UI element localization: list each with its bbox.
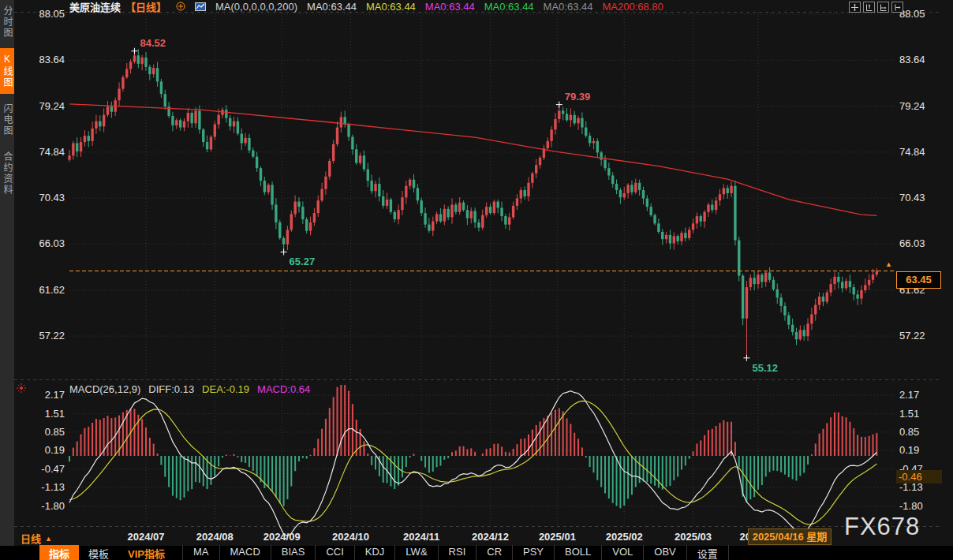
month-label: 2025/01 [525, 531, 589, 543]
tab-templates[interactable]: 模板 [79, 545, 118, 560]
month-label: 2024/10 [319, 531, 382, 543]
indicator-tab-psy[interactable]: PSY [512, 545, 554, 560]
mini-chart-icon [195, 2, 206, 11]
macd-tick: -0.47 [21, 463, 65, 476]
indicator-tab-kdj[interactable]: KDJ [354, 545, 395, 560]
bottom-toolbar: 指标 模板 VIP指标 MAMACDBIASCCIKDJLW&RSICRPSYB… [0, 546, 953, 560]
macd-tick: -1.80 [899, 500, 944, 513]
price-tick: 57.22 [899, 330, 944, 342]
indicator-alert-icon [16, 383, 27, 397]
add-indicator-icon[interactable] [176, 2, 185, 11]
macd-tick: 1.51 [21, 408, 65, 420]
macd-header: MACD(26,12,9) DIFF:0.13 DEA:-0.19 MACD:0… [69, 383, 310, 395]
pane-shift-icon[interactable] [891, 2, 903, 13]
macd-tick: 1.51 [899, 408, 944, 420]
sidebar-item-candle-chart[interactable]: K线图 [0, 48, 14, 94]
ma-value: MA200:68.80 [602, 1, 663, 13]
ma-params: MA(0,0,0,0,0,200) [215, 1, 297, 13]
indicator-tab-boll[interactable]: BOLL [554, 545, 601, 560]
chart-canvas[interactable]: 84.5265.2779.3955.12 [0, 0, 953, 560]
indicator-tab-vol[interactable]: VOL [601, 545, 643, 560]
macd-params: MACD(26,12,9) [69, 383, 140, 395]
price-tick: 88.05 [899, 8, 944, 21]
period-selector[interactable]: 日线 ▲ [21, 531, 52, 546]
indicator-tab-ma[interactable]: MA [182, 545, 219, 560]
sidebar-item-flash-chart[interactable]: 闪电图 [0, 98, 14, 142]
macd-tick: 0.19 [21, 444, 65, 457]
last-candle-arrow-icon: ▲ [885, 260, 892, 268]
price-tick: 57.22 [21, 330, 65, 342]
macd-tick: 0.85 [21, 426, 65, 439]
macd-tick: 0.85 [899, 426, 944, 439]
indicator-list: MAMACDBIASCCIKDJLW&RSICRPSYBOLLVOLOBV设置 [182, 545, 729, 560]
month-label: 2024/07 [114, 531, 178, 543]
indicator-tab-cr[interactable]: CR [476, 545, 512, 560]
svg-text:84.52: 84.52 [140, 37, 166, 49]
ma-value: MA0:63.44 [366, 1, 416, 13]
chart-toolbox [849, 2, 903, 13]
tab-vip-indicators[interactable]: VIP指标 [118, 545, 174, 560]
y-axis-scale-icon[interactable] [877, 2, 889, 13]
ma-value: MA0:63.44 [544, 1, 593, 13]
indicator-tab-rsi[interactable]: RSI [438, 545, 476, 560]
macd-value: MACD:0.64 [257, 383, 310, 395]
sidebar: 分时图 K线图 闪电图 合约资料 [0, 0, 14, 546]
price-tick: 66.03 [21, 237, 65, 250]
price-tick: 74.84 [21, 146, 65, 159]
tab-indicators[interactable]: 指标 [39, 545, 79, 560]
price-tick: 83.64 [899, 54, 944, 66]
indicator-tab-obv[interactable]: OBV [643, 545, 686, 560]
current-macd-tag: -0.46 [896, 470, 942, 483]
ma-value: MA0:63.44 [484, 1, 534, 13]
price-tick: 79.24 [21, 100, 65, 113]
svg-text:65.27: 65.27 [290, 256, 316, 267]
crosshair-pan-icon[interactable] [849, 2, 861, 13]
price-tick: 66.03 [899, 237, 944, 250]
macd-tick: -1.80 [21, 500, 65, 513]
current-price-tag: 63.45 [896, 271, 941, 289]
price-tick: 83.64 [21, 54, 65, 66]
ma-value: MA0:63.44 [307, 1, 357, 13]
period-badge: 【日线】 [125, 0, 166, 14]
price-tick: 79.24 [899, 100, 944, 113]
brand-watermark: FX678 [844, 513, 920, 541]
price-tick: 74.84 [899, 146, 944, 159]
macd-tick: 0.19 [899, 444, 944, 457]
indicator-tab-bias[interactable]: BIAS [271, 545, 316, 560]
indicator-tab-设置[interactable]: 设置 [686, 545, 729, 560]
sidebar-item-time-chart[interactable]: 分时图 [0, 0, 14, 44]
indicator-tab-lw&[interactable]: LW& [394, 545, 437, 560]
period-selector-label: 日线 [21, 531, 41, 546]
indicator-tab-macd[interactable]: MACD [219, 545, 271, 560]
chart-header: 美原油连续 【日线】 MA(0,0,0,0,0,200) MA0:63.44 M… [69, 0, 663, 13]
x-axis-scale-icon[interactable] [863, 2, 875, 13]
macd-dea-value: DEA:-0.19 [202, 383, 249, 395]
symbol-name: 美原油连续 [69, 0, 121, 14]
svg-text:79.39: 79.39 [565, 91, 591, 103]
month-label: 2025/02 [592, 531, 656, 543]
price-tick: 61.62 [21, 284, 65, 297]
caret-up-icon: ▲ [45, 535, 52, 543]
month-label: 2024/08 [183, 531, 246, 543]
month-label: 2024/09 [250, 531, 313, 543]
month-label: 2024/12 [459, 531, 522, 543]
chart-application: 84.5265.2779.3955.12 分时图 K线图 闪电图 合约资料 美原… [0, 0, 953, 560]
svg-text:55.12: 55.12 [752, 362, 778, 374]
price-tick: 70.43 [21, 192, 65, 204]
macd-tick: -1.13 [21, 481, 65, 494]
month-label: 2024/11 [390, 531, 453, 543]
macd-diff-value: DIFF:0.13 [148, 383, 194, 395]
price-tick: 88.05 [21, 8, 65, 21]
month-label: 2025/03 [662, 531, 725, 543]
ma-value: MA0:63.44 [425, 1, 475, 13]
cursor-date-label: 2025/04/16 星期三 [748, 528, 832, 545]
sidebar-item-contract-info[interactable]: 合约资料 [0, 146, 14, 201]
macd-tick: 2.17 [21, 389, 65, 401]
indicator-tab-cci[interactable]: CCI [315, 545, 353, 560]
price-tick: 70.43 [899, 192, 944, 204]
macd-tick: 2.17 [899, 389, 944, 401]
